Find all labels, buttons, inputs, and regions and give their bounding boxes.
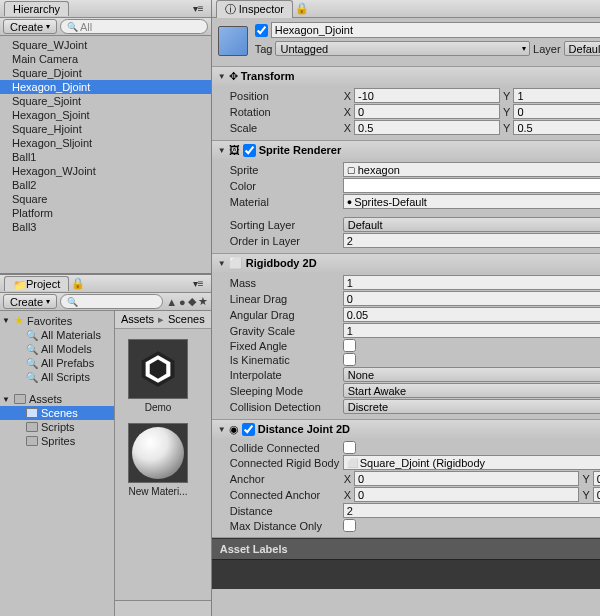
hierarchy-item[interactable]: Ball2: [0, 178, 211, 192]
project-options-icon[interactable]: ▾≡: [193, 278, 207, 289]
lock-icon[interactable]: 🔒: [71, 277, 83, 290]
asset-item[interactable]: New Materi...: [125, 423, 191, 497]
transform-icon: ✥: [229, 70, 238, 83]
sprite-renderer-enabled-checkbox[interactable]: [243, 144, 256, 157]
scale-x-input[interactable]: [354, 120, 500, 135]
anchor-x-input[interactable]: [354, 471, 579, 486]
hierarchy-item[interactable]: Square_Djoint: [0, 66, 211, 80]
tree-item[interactable]: ▼Assets: [0, 392, 114, 406]
hierarchy-item[interactable]: Square: [0, 192, 211, 206]
connected-body-field[interactable]: ⬜Square_Djoint (Rigidbody: [343, 455, 600, 470]
collide-connected-checkbox[interactable]: [343, 441, 356, 454]
project-tree: ▼★Favorites🔍All Materials🔍All Models🔍All…: [0, 311, 115, 616]
layer-label: Layer: [533, 43, 561, 55]
distance-joint-header[interactable]: ▼ ◉ Distance Joint 2D ?⚙: [212, 420, 600, 438]
rigidbody-header[interactable]: ▼ ⬜ Rigidbody 2D ?⚙: [212, 254, 600, 272]
position-y-input[interactable]: [513, 88, 600, 103]
mass-input[interactable]: [343, 275, 600, 290]
tree-item[interactable]: Sprites: [0, 434, 114, 448]
rotation-y-input[interactable]: [513, 104, 600, 119]
hierarchy-list: Square_WJointMain CameraSquare_DjointHex…: [0, 36, 211, 273]
search-icon: 🔍: [67, 297, 78, 307]
order-in-layer-input[interactable]: [343, 233, 600, 248]
gameobject-active-checkbox[interactable]: [255, 24, 268, 37]
hierarchy-item[interactable]: Square_Hjoint: [0, 122, 211, 136]
tree-item[interactable]: ▼★Favorites: [0, 313, 114, 328]
project-search-input[interactable]: 🔍: [60, 294, 163, 309]
sprite-renderer-header[interactable]: ▼ 🖼 Sprite Renderer ?⚙: [212, 141, 600, 159]
tree-item[interactable]: 🔍All Scripts: [0, 370, 114, 384]
hierarchy-create-button[interactable]: Create: [3, 19, 57, 34]
hierarchy-item[interactable]: Hexagon_Djoint: [0, 80, 211, 94]
label-filter-icon[interactable]: ●: [179, 296, 186, 308]
hierarchy-item[interactable]: Square_WJoint: [0, 38, 211, 52]
sleeping-mode-dropdown[interactable]: Start Awake: [343, 383, 600, 398]
filter-icon[interactable]: ▲: [166, 296, 177, 308]
fixed-angle-checkbox[interactable]: [343, 339, 356, 352]
search-icon: 🔍: [67, 22, 78, 32]
is-kinematic-checkbox[interactable]: [343, 353, 356, 366]
project-header: 📁 Project 🔒 ▾≡: [0, 275, 211, 293]
distance-joint-icon: ◉: [229, 423, 239, 436]
preview-area: [212, 559, 600, 589]
hierarchy-item[interactable]: Ball1: [0, 150, 211, 164]
hierarchy-item[interactable]: Square_Sjoint: [0, 94, 211, 108]
distance-joint-enabled-checkbox[interactable]: [242, 423, 255, 436]
transform-header[interactable]: ▼ ✥ Transform ?⚙: [212, 67, 600, 85]
save-search-icon[interactable]: ★: [198, 295, 208, 308]
material-field[interactable]: ●Sprites-Default: [343, 194, 600, 209]
asset-thumb: [128, 423, 188, 483]
gameobject-name-input[interactable]: [271, 22, 600, 38]
rigidbody-mini-icon: ⬜: [347, 458, 358, 468]
hierarchy-item[interactable]: Platform: [0, 206, 211, 220]
hierarchy-tab[interactable]: Hierarchy: [4, 1, 69, 16]
asset-labels-header[interactable]: Asset Labels: [212, 538, 600, 559]
project-tab[interactable]: 📁 Project: [4, 276, 69, 291]
hierarchy-item[interactable]: Hexagon_Sjoint: [0, 108, 211, 122]
lock-icon[interactable]: 🔒: [295, 2, 307, 15]
anchor-y-input[interactable]: [593, 471, 600, 486]
tree-item[interactable]: 🔍All Models: [0, 342, 114, 356]
scale-y-input[interactable]: [513, 120, 600, 135]
inspector-tab[interactable]: ⓘ Inspector: [216, 0, 293, 18]
asset-thumb: [128, 339, 188, 399]
tree-item[interactable]: 🔍All Prefabs: [0, 356, 114, 370]
tag-dropdown[interactable]: Untagged: [275, 41, 530, 56]
crumb-assets[interactable]: Assets: [121, 313, 154, 326]
crumb-scenes[interactable]: Scenes: [168, 313, 205, 326]
tree-item[interactable]: 🔍All Materials: [0, 328, 114, 342]
hierarchy-item[interactable]: Main Camera: [0, 52, 211, 66]
hierarchy-item[interactable]: Ball3: [0, 220, 211, 234]
distance-input[interactable]: [343, 503, 600, 518]
tree-item[interactable]: Scenes: [0, 406, 114, 420]
search-icon: 🔍: [26, 330, 38, 341]
material-mini-icon: ●: [347, 197, 352, 207]
sprite-field[interactable]: ▢hexagon: [343, 162, 600, 177]
linear-drag-input[interactable]: [343, 291, 600, 306]
breadcrumb: Assets ▸ Scenes: [115, 311, 211, 329]
inspector-header: ⓘ Inspector 🔒 ▾≡: [212, 0, 600, 18]
angular-drag-input[interactable]: [343, 307, 600, 322]
rigidbody-icon: ⬜: [229, 257, 243, 270]
max-distance-only-checkbox[interactable]: [343, 519, 356, 532]
type-filter-icon[interactable]: ◆: [188, 295, 196, 308]
position-x-input[interactable]: [354, 88, 500, 103]
interpolate-dropdown[interactable]: None: [343, 367, 600, 382]
collision-detection-dropdown[interactable]: Discrete: [343, 399, 600, 414]
connected-anchor-x-input[interactable]: [354, 487, 579, 502]
hierarchy-search-input[interactable]: 🔍All: [60, 19, 208, 34]
gravity-scale-input[interactable]: [343, 323, 600, 338]
connected-anchor-y-input[interactable]: [593, 487, 600, 502]
folder-icon: [26, 408, 38, 418]
tree-item[interactable]: Scripts: [0, 420, 114, 434]
hierarchy-item[interactable]: Hexagon_Sljoint: [0, 136, 211, 150]
color-field[interactable]: [343, 178, 600, 193]
hierarchy-item[interactable]: Hexagon_WJoint: [0, 164, 211, 178]
hierarchy-options-icon[interactable]: ▾≡: [193, 3, 207, 14]
rotation-x-input[interactable]: [354, 104, 500, 119]
project-create-button[interactable]: Create: [3, 294, 57, 309]
sorting-layer-dropdown[interactable]: Default: [343, 217, 600, 232]
layer-dropdown[interactable]: Default: [564, 41, 600, 56]
tag-label: Tag: [255, 43, 273, 55]
asset-item[interactable]: Demo: [125, 339, 191, 413]
